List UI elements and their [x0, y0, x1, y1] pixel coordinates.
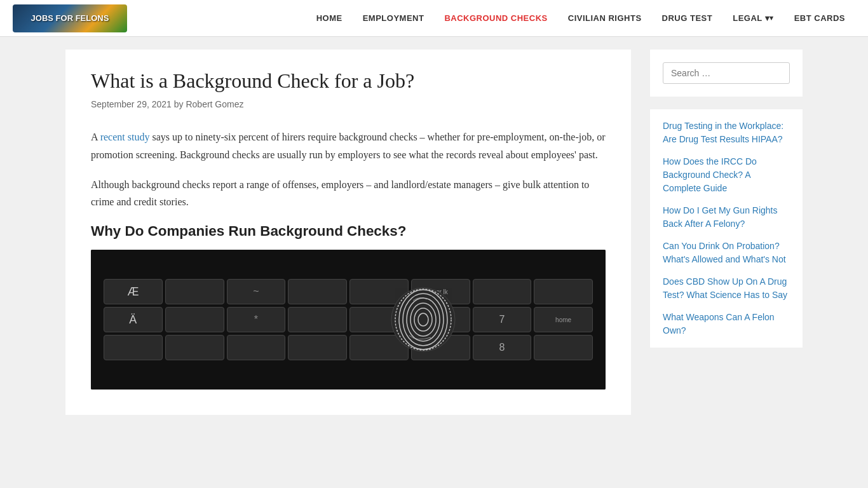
main-content: What is a Background Check for a Job? Se… — [65, 50, 631, 415]
nav-link-civilian-rights[interactable]: CIVILIAN RIGHTS — [558, 0, 652, 36]
keyboard-grid: Æ ~ scr lk Ä * 7 — [91, 250, 606, 390]
logo-text: JOBS FOR FELONS — [31, 13, 109, 23]
key-7: 7 — [473, 307, 532, 332]
key-home: home — [534, 307, 593, 332]
keyboard-image: Æ ~ scr lk Ä * 7 — [91, 250, 606, 390]
article-date: September 29, 2021 — [91, 99, 172, 109]
nav-link-home[interactable]: HOME — [306, 0, 353, 36]
key-blank5 — [534, 279, 593, 304]
svg-point-0 — [391, 288, 455, 351]
nav-link-background-checks[interactable]: BACKGROUND CHECKS — [434, 0, 557, 36]
sidebar-link-ircc[interactable]: How Does the IRCC Do Background Check? A… — [663, 155, 790, 195]
nav-link-employment[interactable]: EMPLOYMENT — [353, 0, 435, 36]
nav-links: HOMEEMPLOYMENTBACKGROUND CHECKSCIVILIAN … — [306, 0, 855, 36]
key-blank4 — [473, 279, 532, 304]
article-title: What is a Background Check for a Job? — [91, 69, 606, 93]
key-blank11 — [165, 335, 224, 360]
key-ae: Æ — [104, 279, 163, 304]
sidebar-link-drug-testing[interactable]: Drug Testing in the Workplace: Are Drug … — [663, 119, 790, 146]
nav-link-drug-test[interactable]: DRUG TEST — [652, 0, 723, 36]
key-blank2 — [288, 279, 347, 304]
key-blank12 — [227, 335, 286, 360]
article-para1: A recent study says up to ninety-six per… — [91, 128, 606, 163]
sidebar-related-links: Drug Testing in the Workplace: Are Drug … — [650, 109, 803, 348]
key-blank6 — [165, 307, 224, 332]
key-blank16 — [534, 335, 593, 360]
nav-link-legal[interactable]: LEGAL ▾ — [722, 0, 783, 36]
article-author[interactable]: Robert Gomez — [186, 99, 243, 109]
article-by: by — [174, 99, 186, 109]
key-8: 8 — [473, 335, 532, 360]
page-layout: What is a Background Check for a Job? Se… — [53, 37, 815, 428]
sidebar-link-gun-rights[interactable]: How Do I Get My Gun Rights Back After A … — [663, 204, 790, 231]
key-blank13 — [288, 335, 347, 360]
para1-after: says up to ninety-six percent of hirers … — [91, 132, 606, 159]
site-logo[interactable]: JOBS FOR FELONS — [13, 4, 127, 32]
sidebar-link-cbd-drug-test[interactable]: Does CBD Show Up On A Drug Test? What Sc… — [663, 275, 790, 302]
sidebar: Drug Testing in the Workplace: Are Drug … — [650, 50, 803, 415]
article-para2: Although background checks report a rang… — [91, 176, 606, 210]
key-asterisk: * — [227, 307, 286, 332]
key-blank7 — [288, 307, 347, 332]
sidebar-link-drink-probation[interactable]: Can You Drink On Probation? What's Allow… — [663, 240, 790, 266]
key-blank10 — [104, 335, 163, 360]
sidebar-link-weapons-felon[interactable]: What Weapons Can A Felon Own? — [663, 311, 790, 337]
key-blank1 — [165, 279, 224, 304]
fingerprint-image — [385, 281, 461, 358]
nav-link-ebt-cards[interactable]: EBT CARDS — [784, 0, 855, 36]
article-image: Æ ~ scr lk Ä * 7 — [91, 250, 606, 390]
key-tilde: ~ — [227, 279, 286, 304]
section-heading: Why Do Companies Run Background Checks? — [91, 223, 606, 240]
main-nav: JOBS FOR FELONS HOMEEMPLOYMENTBACKGROUND… — [0, 0, 868, 37]
search-input[interactable] — [663, 62, 790, 84]
article-meta: September 29, 2021 by Robert Gomez — [91, 99, 606, 109]
key-auml: Ä — [104, 307, 163, 332]
para1-before: A — [91, 132, 100, 142]
article-body: A recent study says up to ninety-six per… — [91, 128, 606, 390]
sidebar-search-box — [650, 50, 803, 97]
recent-study-link[interactable]: recent study — [100, 132, 150, 142]
